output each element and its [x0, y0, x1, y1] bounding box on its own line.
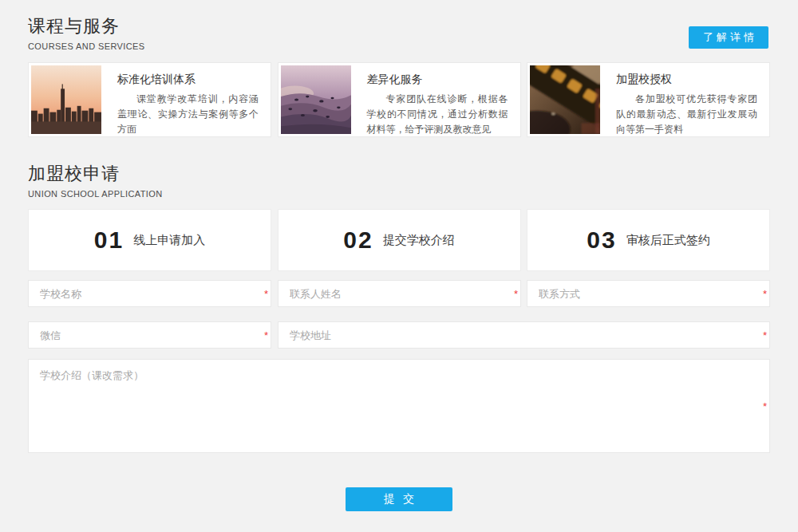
- step-item-3: 03 审核后正式签约: [527, 209, 770, 271]
- course-card-title: 标准化培训体系: [117, 73, 259, 87]
- course-card-title: 加盟校授权: [616, 73, 757, 87]
- course-card-description: 课堂教学改革培训，内容涵盖理论、实操方法与案例等多个方面: [117, 92, 259, 137]
- course-card-description: 专家团队在线诊断，根据各学校的不同情况，通过分析数据材料等，给予评测及教改意见: [367, 92, 508, 137]
- city-skyline-sunset-image: [31, 65, 101, 134]
- submit-button[interactable]: 提交: [346, 487, 452, 511]
- course-card-training[interactable]: 标准化培训体系 课堂教学改革培训，内容涵盖理论、实操方法与案例等多个方面: [28, 62, 271, 137]
- application-steps-row: 01 线上申请加入 02 提交学校介绍 03 审核后正式签约: [28, 209, 770, 271]
- step-number: 03: [587, 227, 616, 254]
- contact-info-input[interactable]: [527, 280, 770, 307]
- courses-section-title: 课程与服务: [28, 14, 145, 38]
- wechat-field: *: [28, 321, 271, 349]
- film-strip-image: [530, 65, 600, 134]
- school-intro-textarea[interactable]: [28, 359, 770, 453]
- contact-name-input[interactable]: [278, 280, 521, 307]
- step-label: 线上申请加入: [133, 233, 205, 248]
- course-card-description: 各加盟校可优先获得专家团队的最新动态、最新行业发展动向等第一手资料: [616, 92, 757, 137]
- school-intro-field: *: [28, 359, 770, 453]
- course-cards-row: 标准化培训体系 课堂教学改革培训，内容涵盖理论、实操方法与案例等多个方面: [28, 62, 770, 137]
- school-name-input[interactable]: [28, 280, 271, 307]
- application-section-header: 加盟校申请 UNION SCHOOL APPLICATION: [28, 162, 163, 199]
- courses-section-header: 课程与服务 COURSES AND SERVICES: [28, 14, 145, 51]
- course-card-authorization[interactable]: 加盟校授权 各加盟校可优先获得专家团队的最新动态、最新行业发展动向等第一手资料: [527, 62, 770, 137]
- school-name-field: *: [28, 280, 271, 307]
- application-section-title: 加盟校申请: [28, 162, 163, 186]
- wechat-input[interactable]: [28, 321, 271, 349]
- contact-info-field: *: [527, 280, 770, 307]
- courses-section-subtitle: COURSES AND SERVICES: [28, 41, 145, 51]
- school-address-input[interactable]: [278, 321, 770, 349]
- step-label: 审核后正式签约: [626, 233, 710, 248]
- contact-name-field: *: [278, 280, 521, 307]
- learn-more-button[interactable]: 了解详情: [689, 26, 768, 49]
- course-card-title: 差异化服务: [367, 73, 508, 87]
- school-address-field: *: [278, 321, 770, 349]
- step-item-2: 02 提交学校介绍: [278, 209, 521, 271]
- step-item-1: 01 线上申请加入: [28, 209, 271, 271]
- step-label: 提交学校介绍: [383, 233, 455, 248]
- step-number: 01: [94, 227, 124, 254]
- application-section-subtitle: UNION SCHOOL APPLICATION: [28, 189, 163, 199]
- desert-dusk-image: [281, 65, 351, 134]
- course-card-services[interactable]: 差异化服务 专家团队在线诊断，根据各学校的不同情况，通过分析数据材料等，给予评测…: [278, 62, 521, 137]
- step-number: 02: [343, 227, 373, 254]
